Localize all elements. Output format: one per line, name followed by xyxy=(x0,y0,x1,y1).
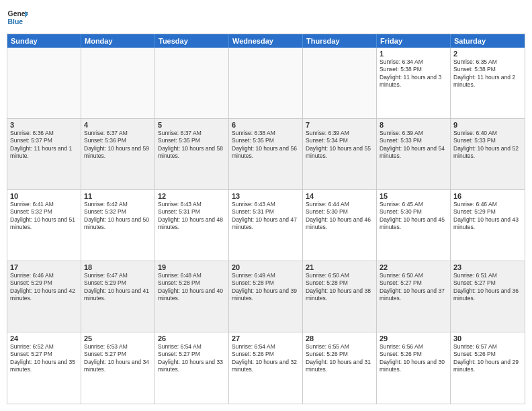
day-info: Sunrise: 6:46 AM Sunset: 5:29 PM Dayligh… xyxy=(453,201,522,232)
day-number: 2 xyxy=(453,50,522,58)
day-number: 23 xyxy=(453,263,522,271)
calendar-cell xyxy=(7,48,81,118)
calendar-cell: 25Sunrise: 6:53 AM Sunset: 5:27 PM Dayli… xyxy=(81,332,155,404)
calendar-cell: 13Sunrise: 6:43 AM Sunset: 5:31 PM Dayli… xyxy=(229,190,303,261)
calendar-body: 1Sunrise: 6:34 AM Sunset: 5:38 PM Daylig… xyxy=(7,48,525,404)
day-info: Sunrise: 6:42 AM Sunset: 5:32 PM Dayligh… xyxy=(84,201,152,232)
day-number: 20 xyxy=(232,263,300,271)
day-number: 28 xyxy=(306,334,373,342)
day-number: 1 xyxy=(380,50,447,58)
calendar-cell: 30Sunrise: 6:57 AM Sunset: 5:26 PM Dayli… xyxy=(451,332,525,404)
day-number: 18 xyxy=(84,263,152,271)
day-info: Sunrise: 6:55 AM Sunset: 5:26 PM Dayligh… xyxy=(306,343,373,374)
weekday-header: Wednesday xyxy=(229,34,303,48)
calendar-cell: 6Sunrise: 6:38 AM Sunset: 5:35 PM Daylig… xyxy=(229,119,303,189)
svg-text:Blue: Blue xyxy=(8,18,24,26)
day-number: 22 xyxy=(380,263,447,271)
calendar-cell xyxy=(81,48,155,118)
calendar-cell: 5Sunrise: 6:37 AM Sunset: 5:35 PM Daylig… xyxy=(155,119,229,189)
weekday-header: Sunday xyxy=(7,34,81,48)
day-info: Sunrise: 6:34 AM Sunset: 5:38 PM Dayligh… xyxy=(380,58,447,89)
day-info: Sunrise: 6:44 AM Sunset: 5:30 PM Dayligh… xyxy=(306,201,373,232)
weekday-header: Saturday xyxy=(451,34,525,48)
calendar-cell: 11Sunrise: 6:42 AM Sunset: 5:32 PM Dayli… xyxy=(81,190,155,261)
calendar-cell: 22Sunrise: 6:50 AM Sunset: 5:27 PM Dayli… xyxy=(377,261,451,332)
day-number: 17 xyxy=(10,263,78,271)
day-number: 10 xyxy=(10,192,78,200)
day-info: Sunrise: 6:43 AM Sunset: 5:31 PM Dayligh… xyxy=(158,201,226,232)
day-number: 8 xyxy=(380,121,447,129)
logo-icon: General Blue xyxy=(7,7,28,28)
day-number: 26 xyxy=(158,334,226,342)
day-number: 5 xyxy=(158,121,226,129)
day-number: 12 xyxy=(158,192,226,200)
calendar-cell: 14Sunrise: 6:44 AM Sunset: 5:30 PM Dayli… xyxy=(303,190,377,261)
day-number: 27 xyxy=(232,334,300,342)
day-info: Sunrise: 6:37 AM Sunset: 5:35 PM Dayligh… xyxy=(158,130,226,161)
day-info: Sunrise: 6:50 AM Sunset: 5:28 PM Dayligh… xyxy=(306,272,373,303)
day-number: 6 xyxy=(232,121,300,129)
calendar-cell: 23Sunrise: 6:51 AM Sunset: 5:27 PM Dayli… xyxy=(451,261,525,332)
calendar-cell: 18Sunrise: 6:47 AM Sunset: 5:29 PM Dayli… xyxy=(81,261,155,332)
calendar-cell: 4Sunrise: 6:37 AM Sunset: 5:36 PM Daylig… xyxy=(81,119,155,189)
day-info: Sunrise: 6:53 AM Sunset: 5:27 PM Dayligh… xyxy=(84,343,152,374)
calendar-cell: 15Sunrise: 6:45 AM Sunset: 5:30 PM Dayli… xyxy=(377,190,451,261)
day-info: Sunrise: 6:40 AM Sunset: 5:33 PM Dayligh… xyxy=(453,130,522,161)
day-number: 30 xyxy=(453,334,522,342)
weekday-header: Tuesday xyxy=(155,34,229,48)
weekday-header: Thursday xyxy=(303,34,377,48)
day-info: Sunrise: 6:46 AM Sunset: 5:29 PM Dayligh… xyxy=(10,272,78,303)
day-info: Sunrise: 6:39 AM Sunset: 5:33 PM Dayligh… xyxy=(380,130,447,161)
day-info: Sunrise: 6:36 AM Sunset: 5:37 PM Dayligh… xyxy=(10,130,78,161)
weekday-header: Monday xyxy=(81,34,155,48)
day-info: Sunrise: 6:38 AM Sunset: 5:35 PM Dayligh… xyxy=(232,130,300,161)
calendar-cell: 29Sunrise: 6:56 AM Sunset: 5:26 PM Dayli… xyxy=(377,332,451,404)
calendar-header: SundayMondayTuesdayWednesdayThursdayFrid… xyxy=(7,34,525,48)
calendar-cell: 19Sunrise: 6:48 AM Sunset: 5:28 PM Dayli… xyxy=(155,261,229,332)
day-info: Sunrise: 6:41 AM Sunset: 5:32 PM Dayligh… xyxy=(10,201,78,232)
calendar-cell xyxy=(303,48,377,118)
calendar-cell: 12Sunrise: 6:43 AM Sunset: 5:31 PM Dayli… xyxy=(155,190,229,261)
day-info: Sunrise: 6:51 AM Sunset: 5:27 PM Dayligh… xyxy=(453,272,522,303)
day-info: Sunrise: 6:52 AM Sunset: 5:27 PM Dayligh… xyxy=(10,343,78,374)
day-info: Sunrise: 6:57 AM Sunset: 5:26 PM Dayligh… xyxy=(453,343,522,374)
calendar-week: 3Sunrise: 6:36 AM Sunset: 5:37 PM Daylig… xyxy=(7,119,525,190)
day-info: Sunrise: 6:47 AM Sunset: 5:29 PM Dayligh… xyxy=(84,272,152,303)
day-info: Sunrise: 6:49 AM Sunset: 5:28 PM Dayligh… xyxy=(232,272,300,303)
day-number: 19 xyxy=(158,263,226,271)
calendar-cell: 3Sunrise: 6:36 AM Sunset: 5:37 PM Daylig… xyxy=(7,119,81,189)
day-number: 11 xyxy=(84,192,152,200)
day-number: 15 xyxy=(380,192,447,200)
day-info: Sunrise: 6:45 AM Sunset: 5:30 PM Dayligh… xyxy=(380,201,447,232)
calendar-cell xyxy=(229,48,303,118)
day-number: 4 xyxy=(84,121,152,129)
calendar-cell: 26Sunrise: 6:54 AM Sunset: 5:27 PM Dayli… xyxy=(155,332,229,404)
day-number: 25 xyxy=(84,334,152,342)
calendar-cell: 28Sunrise: 6:55 AM Sunset: 5:26 PM Dayli… xyxy=(303,332,377,404)
day-info: Sunrise: 6:54 AM Sunset: 5:26 PM Dayligh… xyxy=(232,343,300,374)
day-number: 3 xyxy=(10,121,78,129)
day-info: Sunrise: 6:50 AM Sunset: 5:27 PM Dayligh… xyxy=(380,272,447,303)
calendar-week: 24Sunrise: 6:52 AM Sunset: 5:27 PM Dayli… xyxy=(7,332,525,404)
day-number: 14 xyxy=(306,192,373,200)
day-number: 21 xyxy=(306,263,373,271)
day-number: 29 xyxy=(380,334,447,342)
calendar-cell: 27Sunrise: 6:54 AM Sunset: 5:26 PM Dayli… xyxy=(229,332,303,404)
day-number: 16 xyxy=(453,192,522,200)
calendar-cell: 1Sunrise: 6:34 AM Sunset: 5:38 PM Daylig… xyxy=(377,48,451,118)
calendar-cell: 16Sunrise: 6:46 AM Sunset: 5:29 PM Dayli… xyxy=(451,190,525,261)
calendar-cell: 20Sunrise: 6:49 AM Sunset: 5:28 PM Dayli… xyxy=(229,261,303,332)
calendar-cell: 8Sunrise: 6:39 AM Sunset: 5:33 PM Daylig… xyxy=(377,119,451,189)
calendar-cell: 10Sunrise: 6:41 AM Sunset: 5:32 PM Dayli… xyxy=(7,190,81,261)
page-header: General Blue xyxy=(7,7,525,28)
calendar-cell: 24Sunrise: 6:52 AM Sunset: 5:27 PM Dayli… xyxy=(7,332,81,404)
day-number: 9 xyxy=(453,121,522,129)
day-info: Sunrise: 6:54 AM Sunset: 5:27 PM Dayligh… xyxy=(158,343,226,374)
day-info: Sunrise: 6:48 AM Sunset: 5:28 PM Dayligh… xyxy=(158,272,226,303)
day-info: Sunrise: 6:37 AM Sunset: 5:36 PM Dayligh… xyxy=(84,130,152,161)
calendar: SundayMondayTuesdayWednesdayThursdayFrid… xyxy=(7,34,525,404)
calendar-week: 1Sunrise: 6:34 AM Sunset: 5:38 PM Daylig… xyxy=(7,48,525,119)
day-number: 24 xyxy=(10,334,78,342)
weekday-header: Friday xyxy=(377,34,451,48)
calendar-cell: 9Sunrise: 6:40 AM Sunset: 5:33 PM Daylig… xyxy=(451,119,525,189)
